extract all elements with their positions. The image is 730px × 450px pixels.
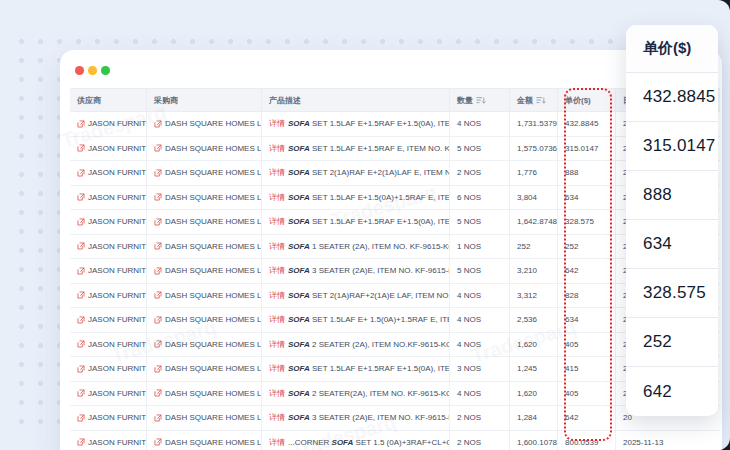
supplier-link[interactable]: JASON FURNITU	[77, 291, 146, 300]
quantity-cell: 6 NOS	[450, 186, 510, 210]
column-header-4[interactable]: 金额	[510, 89, 558, 111]
product-description-text: SOFA SET 1.5LAF E+1.5RAF E+1.5(0A), ITEM…	[288, 217, 449, 226]
supplier-link[interactable]: JASON FURNITU	[77, 144, 146, 153]
company-link-icon	[77, 267, 85, 275]
buyer-link[interactable]: DASH SQUARE HOMES L	[154, 413, 261, 422]
unit-price-cell: 415	[558, 357, 616, 381]
amount-cell: 3,312	[510, 284, 558, 308]
buyer-cell: DASH SQUARE HOMES L	[147, 431, 262, 450]
unit-price-cell: 634	[558, 308, 616, 332]
detail-link[interactable]: 详情	[269, 167, 285, 178]
supplier-cell: JASON FURNITU	[70, 210, 147, 234]
supplier-link[interactable]: JASON FURNITU	[77, 119, 146, 128]
buyer-link[interactable]: DASH SQUARE HOMES L	[154, 291, 261, 300]
window-close-button[interactable]	[75, 66, 84, 75]
detail-link[interactable]: 详情	[269, 265, 285, 276]
buyer-link[interactable]: DASH SQUARE HOMES L	[154, 242, 261, 251]
supplier-link[interactable]: JASON FURNITU	[77, 340, 146, 349]
table-row: JASON FURNITU DASH SQUARE HOMES L 详情 SOF…	[70, 259, 720, 284]
buyer-cell: DASH SQUARE HOMES L	[147, 186, 262, 210]
magnifier-value: 328.575	[626, 269, 718, 318]
supplier-link[interactable]: JASON FURNITU	[77, 168, 146, 177]
sort-icon[interactable]	[536, 96, 546, 105]
supplier-cell: JASON FURNITU	[70, 431, 147, 450]
column-header-3[interactable]: 数量	[450, 89, 510, 111]
buyer-link[interactable]: DASH SQUARE HOMES L	[154, 266, 261, 275]
detail-link[interactable]: 详情	[269, 363, 285, 374]
unit-price-cell: 888	[558, 161, 616, 185]
supplier-link[interactable]: JASON FURNITU	[77, 266, 146, 275]
buyer-cell: DASH SQUARE HOMES L	[147, 284, 262, 308]
supplier-link[interactable]: JASON FURNITU	[77, 217, 146, 226]
buyer-link[interactable]: DASH SQUARE HOMES L	[154, 315, 261, 324]
quantity-cell: 5 NOS	[450, 259, 510, 283]
buyer-link[interactable]: DASH SQUARE HOMES L	[154, 340, 261, 349]
amount-cell: 2,536	[510, 308, 558, 332]
product-description-cell: 详情 SOFA 1 SEATER (2A), ITEM NO. KF-9615-…	[262, 235, 450, 259]
supplier-cell: JASON FURNITU	[70, 137, 147, 161]
supplier-link[interactable]: JASON FURNITU	[77, 364, 146, 373]
supplier-cell: JASON FURNITU	[70, 333, 147, 357]
buyer-link[interactable]: DASH SQUARE HOMES L	[154, 193, 261, 202]
supplier-cell: JASON FURNITU	[70, 235, 147, 259]
company-link-icon	[77, 193, 85, 201]
buyer-link[interactable]: DASH SQUARE HOMES L	[154, 364, 261, 373]
supplier-cell: JASON FURNITU	[70, 161, 147, 185]
supplier-cell: JASON FURNITU	[70, 259, 147, 283]
detail-link[interactable]: 详情	[269, 290, 285, 301]
screenshot-root: TradesparqTradesparqTradesparqTradesparq…	[0, 0, 730, 450]
browser-window: 供应商采购商产品描述数量金额单价($)日期 JASON FURNITU DASH…	[60, 50, 722, 450]
magnifier-values: 432.8845315.0147888634328.575252642	[626, 73, 718, 416]
table-row: JASON FURNITU DASH SQUARE HOMES L 详情 SOF…	[70, 284, 720, 309]
supplier-cell: JASON FURNITU	[70, 382, 147, 406]
buyer-link[interactable]: DASH SQUARE HOMES L	[154, 389, 261, 398]
company-link-icon	[77, 120, 85, 128]
detail-link[interactable]: 详情	[269, 241, 285, 252]
company-link-icon	[154, 316, 162, 324]
supplier-link[interactable]: JASON FURNITU	[77, 193, 146, 202]
buyer-link[interactable]: DASH SQUARE HOMES L	[154, 217, 261, 226]
product-description-text: SOFA 3 SEATER (2A)E, ITEM NO. KF-9615-KG…	[288, 266, 449, 275]
column-header-2: 产品描述	[262, 89, 450, 111]
buyer-link[interactable]: DASH SQUARE HOMES L	[154, 144, 261, 153]
table-row: JASON FURNITU DASH SQUARE HOMES L 详情 SOF…	[70, 186, 720, 211]
detail-link[interactable]: 详情	[269, 118, 285, 129]
quantity-cell: 4 NOS	[450, 308, 510, 332]
company-link-icon	[154, 169, 162, 177]
supplier-link[interactable]: JASON FURNITU	[77, 413, 146, 422]
quantity-cell: 4 NOS	[450, 382, 510, 406]
window-minimize-button[interactable]	[88, 66, 97, 75]
detail-link[interactable]: 详情	[269, 192, 285, 203]
detail-link[interactable]: 详情	[269, 143, 285, 154]
unit-price-cell: 800.0539	[558, 431, 616, 450]
detail-link[interactable]: 详情	[269, 216, 285, 227]
magnifier-value: 634	[626, 220, 718, 269]
amount-cell: 1,642.8748	[510, 210, 558, 234]
buyer-link[interactable]: DASH SQUARE HOMES L	[154, 168, 261, 177]
buyer-cell: DASH SQUARE HOMES L	[147, 406, 262, 430]
buyer-link[interactable]: DASH SQUARE HOMES L	[154, 438, 261, 447]
detail-link[interactable]: 详情	[269, 314, 285, 325]
unit-price-cell: 634	[558, 186, 616, 210]
company-link-icon	[77, 414, 85, 422]
product-description-text: ...CORNER SOFA SET 1.5 (0A)+3RAF+CL+OTT.…	[288, 438, 449, 447]
supplier-link[interactable]: JASON FURNITU	[77, 242, 146, 251]
window-zoom-button[interactable]	[101, 66, 110, 75]
buyer-link[interactable]: DASH SQUARE HOMES L	[154, 119, 261, 128]
supplier-link[interactable]: JASON FURNITU	[77, 315, 146, 324]
magnifier-value: 315.0147	[626, 122, 718, 171]
company-link-icon	[77, 438, 85, 446]
company-link-icon	[154, 144, 162, 152]
product-description-cell: 详情 SOFA SET 1.5LAF E+1.5RAF E+1.5(0A), I…	[262, 112, 450, 136]
supplier-cell: JASON FURNITU	[70, 308, 147, 332]
sort-icon[interactable]	[476, 96, 486, 105]
supplier-link[interactable]: JASON FURNITU	[77, 438, 146, 447]
detail-link[interactable]: 详情	[269, 412, 285, 423]
product-description-text: SOFA SET 2(1A)RAF+2(1A)E LAF, ITEM NO. K…	[288, 291, 449, 300]
supplier-cell: JASON FURNITU	[70, 112, 147, 136]
column-header-5: 单价($)	[558, 89, 616, 111]
supplier-link[interactable]: JASON FURNITU	[77, 389, 146, 398]
detail-link[interactable]: 详情	[269, 339, 285, 350]
detail-link[interactable]: 详情	[269, 388, 285, 399]
detail-link[interactable]: 详情	[269, 437, 285, 448]
